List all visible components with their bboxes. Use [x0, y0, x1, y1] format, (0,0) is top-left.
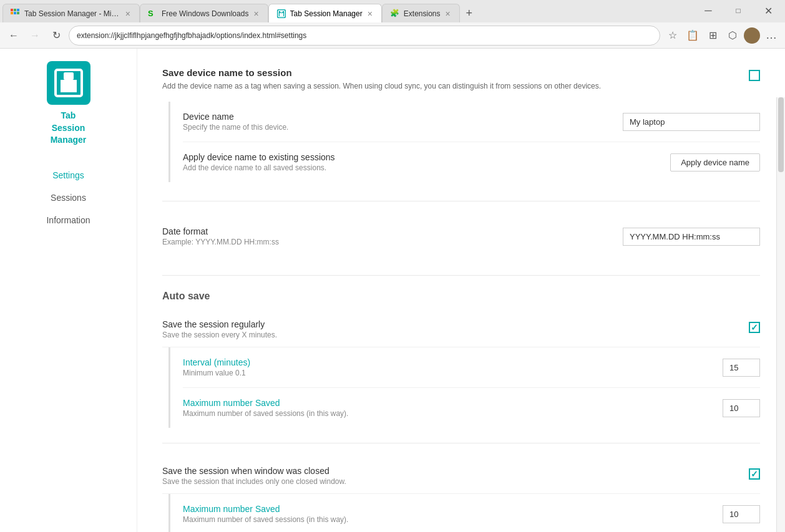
max-saved-label: Maximum number Saved: [183, 398, 710, 408]
max-saved-control: [723, 399, 760, 417]
app-layout: TabSessionManager Settings Sessions Info…: [0, 49, 785, 532]
apply-device-name-control: Apply device name: [670, 153, 760, 172]
tab2-favicon: S: [148, 9, 158, 19]
url-text: extension://jkjjclfiflhpjangefhgfjhgfbha…: [77, 31, 306, 40]
svg-rect-4: [14, 12, 16, 14]
sidebar: TabSessionManager Settings Sessions Info…: [0, 49, 137, 532]
interval-input[interactable]: [723, 359, 760, 377]
minimize-button[interactable]: ─: [694, 1, 723, 20]
logo-svg: [53, 67, 84, 99]
maximize-button[interactable]: □: [724, 1, 753, 20]
save-window-closed-control: [749, 468, 760, 480]
date-format-example: Example: YYYY.MM.DD HH:mm:ss: [162, 238, 610, 246]
device-name-field-sublabel: Specify the name of this device.: [183, 123, 610, 132]
save-regularly-checkbox[interactable]: [749, 322, 760, 333]
nav-item-sessions[interactable]: Sessions: [22, 188, 115, 208]
svg-rect-3: [11, 12, 13, 14]
date-format-label-group: Date format Example: YYYY.MM.DD HH:mm:ss: [162, 226, 610, 246]
profile-avatar[interactable]: [744, 27, 760, 44]
apply-device-name-label-group: Apply device name to existing sessions A…: [183, 152, 658, 172]
tab-4[interactable]: 🧩 Extensions ×: [382, 4, 460, 22]
date-format-input[interactable]: [623, 228, 760, 246]
save-regularly-control: [749, 322, 760, 333]
date-format-title: Date format: [162, 226, 610, 236]
save-regularly-group: Save the session regularly Save the sess…: [162, 312, 760, 428]
nav-items: Settings Sessions Information: [0, 165, 137, 230]
tab-1[interactable]: Tab Session Manager - Microsof... ×: [2, 4, 140, 22]
reload-button[interactable]: ↻: [47, 27, 65, 44]
save-window-closed-title: Save the session when window was closed: [162, 466, 736, 476]
collections-icon[interactable]: 📋: [684, 27, 701, 44]
apply-label: Apply device name to existing sessions: [183, 152, 658, 162]
max-saved-input[interactable]: [723, 399, 760, 417]
svg-rect-2: [17, 9, 19, 11]
logo-area: TabSessionManager: [47, 61, 90, 147]
save-window-closed-checkbox[interactable]: [749, 468, 760, 480]
tab3-favicon: [276, 9, 286, 19]
interval-label-group: Interval (minutes) Minimum value 0.1: [183, 357, 710, 377]
tab3-close[interactable]: ×: [366, 8, 374, 19]
tab4-close[interactable]: ×: [444, 8, 452, 19]
scrollbar-thumb[interactable]: [778, 97, 784, 172]
nav-item-settings[interactable]: Settings: [22, 165, 115, 185]
tab-bar: Tab Session Manager - Microsof... × S Fr…: [0, 0, 785, 22]
tab-3[interactable]: Tab Session Manager ×: [268, 4, 382, 22]
settings-menu-button[interactable]: …: [763, 27, 780, 44]
back-button[interactable]: ←: [5, 27, 22, 44]
apply-sublabel: Add the device name to all saved session…: [183, 163, 658, 172]
max-saved-sublabel: Maximum number of saved sessions (in thi…: [183, 409, 710, 418]
main-content: Save device name to session Add the devi…: [137, 49, 785, 532]
save-window-closed-label-group: Save the session when window was closed …: [162, 466, 736, 486]
divider-3: [162, 443, 760, 443]
share-icon[interactable]: ⬡: [724, 27, 741, 44]
device-name-control: [623, 113, 760, 131]
max-saved-label-group: Maximum number Saved Maximum number of s…: [183, 398, 710, 418]
interval-row: Interval (minutes) Minimum value 0.1: [183, 347, 760, 388]
nav-item-information[interactable]: Information: [22, 210, 115, 230]
interval-sublabel: Minimum value 0.1: [183, 369, 710, 377]
max-saved-closed-label-group: Maximum number Saved Maximum number of s…: [183, 504, 710, 524]
device-name-sub: Device name Specify the name of this dev…: [168, 102, 760, 182]
tab-2[interactable]: S Free Windows Downloads ×: [140, 4, 268, 22]
date-format-control: [623, 228, 760, 246]
max-saved-closed-input[interactable]: [723, 505, 760, 523]
device-name-checkbox[interactable]: [749, 70, 760, 81]
device-name-desc: Add the device name as a tag when saving…: [162, 80, 736, 92]
tab2-close[interactable]: ×: [252, 8, 260, 19]
svg-rect-12: [64, 72, 74, 80]
address-bar[interactable]: extension://jkjjclfiflhpjangefhgfjhgfbha…: [69, 26, 660, 46]
tab4-title: Extensions: [404, 9, 441, 18]
nav-bar: ← → ↻ extension://jkjjclfiflhpjangefhgfj…: [0, 22, 785, 49]
auto-save-title: Auto save: [162, 291, 760, 302]
favorites-icon[interactable]: ☆: [664, 27, 681, 44]
svg-rect-9: [280, 11, 283, 12]
app-logo: [47, 61, 90, 105]
interval-control: [723, 359, 760, 377]
device-name-field-label: Device name: [183, 112, 610, 122]
close-window-button[interactable]: ✕: [754, 1, 783, 20]
divider-1: [162, 201, 760, 201]
device-name-title: Save device name to session: [162, 67, 736, 78]
apply-device-name-button[interactable]: Apply device name: [670, 153, 760, 172]
interval-label: Interval (minutes): [183, 357, 710, 367]
max-saved-closed-control: [723, 505, 760, 523]
nav-right-controls: ☆ 📋 ⊞ ⬡ …: [664, 27, 780, 44]
date-format-section: Date format Example: YYYY.MM.DD HH:mm:ss: [162, 216, 760, 256]
tab3-title: Tab Session Manager: [290, 9, 363, 18]
forward-button[interactable]: →: [26, 27, 44, 44]
svg-rect-0: [11, 9, 13, 11]
tab1-close[interactable]: ×: [124, 8, 132, 19]
browser-scrollbar[interactable]: [776, 97, 785, 532]
sidebar-icon[interactable]: ⊞: [704, 27, 721, 44]
device-name-input[interactable]: [623, 113, 760, 131]
save-regularly-desc: Save the session every X minutes.: [162, 331, 736, 339]
date-format-row: Date format Example: YYYY.MM.DD HH:mm:ss: [162, 216, 760, 256]
device-name-label-group: Device name Specify the name of this dev…: [183, 112, 610, 132]
save-regularly-label-group: Save the session regularly Save the sess…: [162, 319, 736, 339]
save-regularly-title: Save the session regularly: [162, 319, 736, 329]
save-regularly-sub: Interval (minutes) Minimum value 0.1 Max…: [168, 347, 760, 428]
divider-2: [162, 275, 760, 276]
new-tab-button[interactable]: +: [460, 4, 479, 22]
svg-rect-5: [17, 12, 19, 14]
save-window-closed-sub: Maximum number Saved Maximum number of s…: [168, 494, 760, 532]
